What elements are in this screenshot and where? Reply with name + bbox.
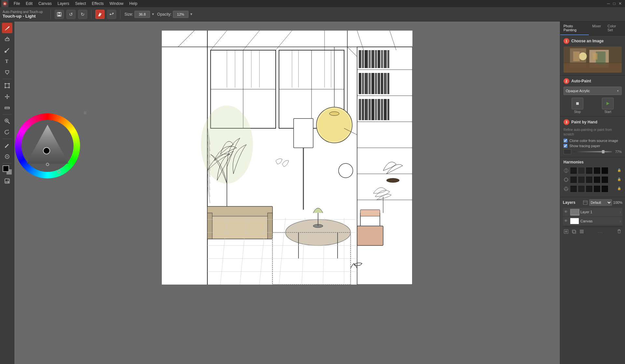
- text-tool[interactable]: T: [2, 56, 12, 66]
- layer-options-canvas[interactable]: ›: [619, 218, 621, 224]
- layer-options-layer1[interactable]: ›: [619, 209, 621, 215]
- tab-photo-painting[interactable]: Photo Painting: [560, 21, 589, 35]
- size-stepper[interactable]: ▼: [151, 12, 155, 16]
- minimize-button[interactable]: ─: [605, 1, 611, 7]
- layer-mode-select[interactable]: Default: [589, 199, 612, 206]
- harmony-swatch[interactable]: [578, 185, 585, 192]
- window-chrome: ─ □ ✕: [605, 0, 625, 7]
- delete-layer-button[interactable]: [616, 228, 622, 235]
- harmony-swatch[interactable]: [578, 176, 585, 183]
- brush-tool[interactable]: [2, 23, 12, 33]
- color-picker-tool[interactable]: [2, 140, 12, 151]
- menu-edit[interactable]: Edit: [23, 1, 35, 7]
- harmony-lock-3[interactable]: 🔒: [617, 187, 622, 191]
- start-button[interactable]: Start: [594, 98, 622, 114]
- toolbar: Auto-Painting and Touch-up Touch-up - Li…: [0, 7, 625, 21]
- sketch-canvas[interactable]: [162, 31, 412, 285]
- smudge-tool[interactable]: [2, 45, 12, 55]
- svg-marker-20: [8, 96, 9, 97]
- save-button[interactable]: [55, 10, 64, 19]
- color-wheel-area[interactable]: ≡: [15, 113, 80, 178]
- harmony-swatch[interactable]: [570, 185, 577, 192]
- tracing-color-swatch[interactable]: [563, 149, 571, 154]
- svg-rect-36: [6, 181, 7, 183]
- source-image-thumbnail[interactable]: [563, 47, 622, 73]
- add-layer-button[interactable]: [563, 228, 569, 235]
- new-layer-icon: [583, 200, 588, 205]
- paint-by-hand-section: 3 Paint by Hand Refine auto-painting or …: [560, 117, 625, 157]
- harmony-swatch[interactable]: [601, 185, 608, 192]
- show-tracing-checkbox[interactable]: [563, 144, 567, 148]
- menu-effects[interactable]: Effects: [89, 1, 106, 7]
- svg-rect-79: [378, 50, 380, 68]
- wheel-handle-2[interactable]: [57, 170, 61, 173]
- harmony-swatches-1: [570, 167, 616, 174]
- svg-point-16: [5, 87, 6, 88]
- right-panel: Photo Painting Mixer Color Set 1 Choose …: [560, 21, 625, 364]
- section-num-2: 2: [563, 78, 569, 84]
- mixer-tool[interactable]: [2, 176, 12, 186]
- close-button[interactable]: ✕: [617, 1, 623, 7]
- maximize-button[interactable]: □: [611, 1, 617, 7]
- transform-tool[interactable]: [2, 80, 12, 91]
- stop-button[interactable]: Stop: [563, 98, 591, 114]
- harmony-swatch[interactable]: [593, 185, 601, 192]
- opacity-input[interactable]: [173, 11, 188, 18]
- clone-color-row: Clone color from source image: [563, 139, 622, 143]
- zoom-tool[interactable]: [2, 116, 12, 126]
- svg-text:T: T: [5, 59, 8, 64]
- paint-by-hand-description: Refine auto-painting or paint from scrat…: [563, 128, 622, 137]
- tool-options-button[interactable]: [107, 10, 116, 19]
- tracing-opacity-slider[interactable]: [573, 151, 612, 152]
- duplicate-layer-button[interactable]: [571, 228, 577, 235]
- wheel-menu-button[interactable]: ≡: [84, 110, 87, 116]
- ruler-tool[interactable]: [2, 103, 12, 113]
- harmony-swatch[interactable]: [601, 167, 608, 174]
- redo-button[interactable]: ↻: [78, 10, 87, 19]
- menu-select[interactable]: Select: [73, 1, 89, 7]
- move-tool[interactable]: [2, 91, 12, 102]
- layer-visibility-canvas[interactable]: 👁: [564, 219, 569, 223]
- menu-window[interactable]: Window: [107, 1, 126, 7]
- undo-button[interactable]: ↺: [66, 10, 76, 19]
- auto-paint-style-select[interactable]: Opaque Acrylic: [563, 87, 622, 95]
- harmony-lock-2[interactable]: 🔒: [617, 177, 622, 182]
- menu-file[interactable]: File: [11, 1, 22, 7]
- foreground-background-colors[interactable]: [2, 165, 12, 175]
- menu-canvas[interactable]: Canvas: [36, 1, 54, 7]
- svg-rect-108: [294, 119, 313, 148]
- rotate-tool[interactable]: [2, 127, 12, 137]
- menu-help[interactable]: Help: [127, 1, 140, 7]
- eraser-tool[interactable]: [2, 34, 12, 44]
- harmony-swatch[interactable]: [578, 167, 585, 174]
- blend-tool[interactable]: [2, 151, 12, 162]
- foreground-color[interactable]: [3, 165, 9, 172]
- harmony-lock-1[interactable]: 🔒: [617, 168, 622, 173]
- opacity-stepper[interactable]: ▼: [190, 12, 193, 16]
- harmony-swatch[interactable]: [586, 185, 593, 192]
- harmony-swatch[interactable]: [601, 176, 608, 183]
- harmony-swatch[interactable]: [593, 167, 601, 174]
- svg-rect-181: [580, 231, 584, 232]
- opacity-control: Opacity: ▼: [157, 11, 193, 18]
- svg-point-112: [386, 178, 399, 183]
- layer-visibility-layer1[interactable]: 👁: [564, 210, 569, 214]
- fill-tool[interactable]: [2, 67, 12, 77]
- tab-color-set[interactable]: Color Set: [604, 21, 625, 35]
- wheel-handle-1[interactable]: [46, 163, 49, 166]
- tab-mixer[interactable]: Mixer: [589, 21, 604, 35]
- harmony-swatch[interactable]: [586, 176, 593, 183]
- harmony-swatch[interactable]: [570, 176, 577, 183]
- harmony-swatch[interactable]: [593, 176, 601, 183]
- svg-marker-19: [5, 96, 6, 97]
- color-wheel[interactable]: ≡: [15, 113, 80, 178]
- svg-point-106: [339, 163, 353, 178]
- menu-layers[interactable]: Layers: [55, 1, 72, 7]
- harmony-swatch[interactable]: [570, 167, 577, 174]
- size-input[interactable]: [134, 11, 150, 18]
- section-num-1: 1: [563, 38, 569, 44]
- svg-marker-163: [606, 102, 609, 105]
- harmony-swatch[interactable]: [586, 167, 593, 174]
- layer-properties-button[interactable]: [578, 228, 585, 235]
- clone-color-checkbox[interactable]: [563, 139, 567, 143]
